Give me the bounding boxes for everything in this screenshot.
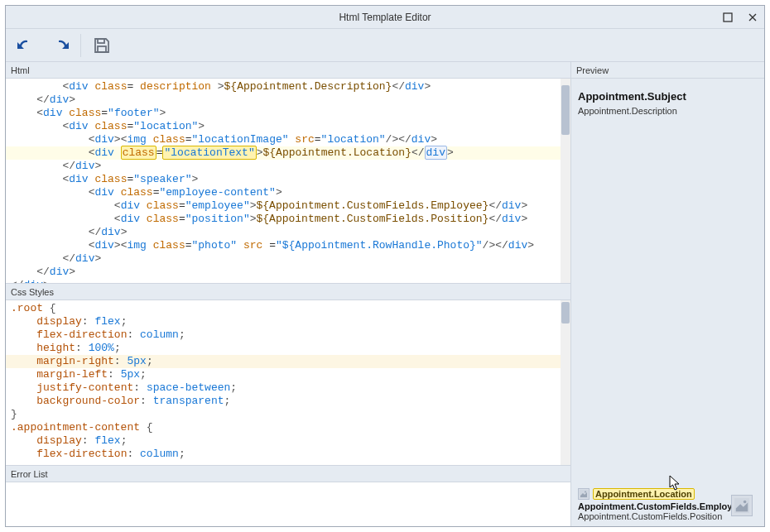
window-frame: Html Template Editor Html	[5, 5, 765, 527]
right-column: Preview Appointment.Subject Appointment.…	[571, 62, 764, 526]
error-section-header: Error List	[6, 466, 570, 482]
svg-rect-2	[98, 46, 106, 52]
css-section-label: Css Styles	[11, 287, 54, 297]
svg-point-6	[744, 501, 747, 504]
preview-section-label: Preview	[576, 65, 609, 75]
save-button[interactable]	[86, 32, 118, 59]
error-list[interactable]	[6, 482, 570, 526]
maximize-button[interactable]	[721, 11, 734, 24]
preview-subject: Appointment.Subject	[578, 90, 758, 103]
preview-section-header: Preview	[571, 62, 764, 79]
toolbar-separator	[80, 34, 81, 57]
preview-position: Appointment.CustomFields.Position	[578, 511, 733, 521]
html-code-area[interactable]: <div class= description >${Appointment.D…	[6, 79, 570, 284]
svg-point-4	[585, 491, 586, 493]
photo-placeholder-icon	[731, 495, 753, 516]
svg-rect-0	[724, 13, 732, 22]
css-editor[interactable]: .root { display: flex; flex-direction: c…	[6, 300, 570, 466]
window-controls	[721, 6, 759, 28]
css-code-area[interactable]: .root { display: flex; flex-direction: c…	[6, 300, 570, 463]
location-image-icon	[578, 488, 590, 500]
left-column: Html <div class= description >${Appointm…	[6, 62, 571, 526]
titlebar: Html Template Editor	[6, 6, 764, 29]
svg-rect-1	[98, 39, 104, 43]
toolbar	[6, 29, 764, 62]
redo-button[interactable]	[44, 32, 75, 59]
error-section-label: Error List	[11, 469, 48, 479]
preview-top: Appointment.Subject Appointment.Descript…	[578, 90, 758, 116]
close-button[interactable]	[746, 11, 759, 24]
preview-panel: Appointment.Subject Appointment.Descript…	[571, 79, 764, 526]
preview-location-row: Appointment.Location	[578, 488, 733, 500]
editor-body: Html <div class= description >${Appointm…	[6, 62, 764, 526]
preview-description: Appointment.Description	[578, 106, 758, 116]
html-editor[interactable]: <div class= description >${Appointment.D…	[6, 79, 570, 284]
preview-bottom: Appointment.Location Appointment.CustomF…	[578, 488, 758, 521]
window-title: Html Template Editor	[339, 12, 431, 23]
html-section-label: Html	[11, 65, 30, 75]
preview-employee: Appointment.CustomFields.Employee	[578, 501, 733, 511]
css-section-header: Css Styles	[6, 284, 570, 300]
preview-content: Appointment.Subject Appointment.Descript…	[571, 79, 764, 526]
html-section-header: Html	[6, 62, 570, 79]
undo-button[interactable]	[11, 32, 42, 59]
preview-location: Appointment.Location	[593, 488, 695, 500]
